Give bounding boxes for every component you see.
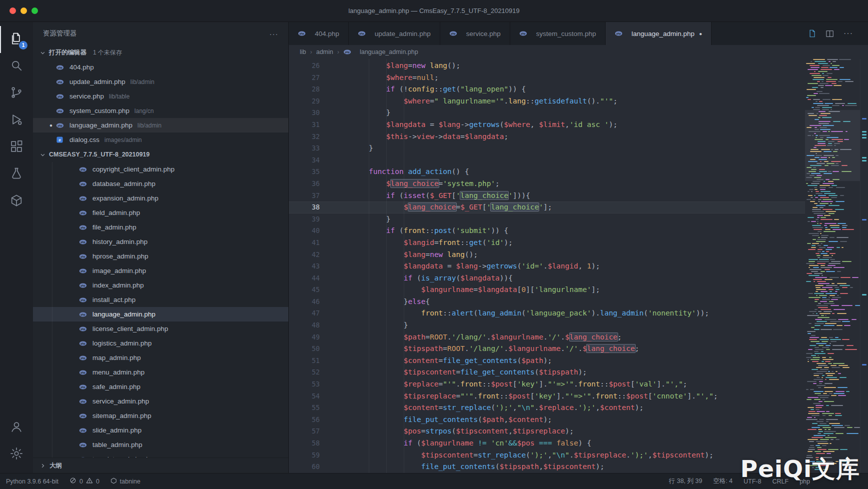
tree-item-field_admin.php[interactable]: phpfield_admin.php [33, 206, 288, 220]
code-line-51[interactable]: 51 $content=file_get_contents($path); [289, 355, 805, 367]
tab-update_admin.php[interactable]: phpupdate_admin.php [349, 22, 440, 45]
open-editor-service.php[interactable]: phpservice.phplib/table [33, 89, 288, 104]
code-line-32[interactable]: 32 $this->view->data=$langdata; [289, 131, 805, 143]
code-line-42[interactable]: 42 $lang=new lang(); [289, 249, 805, 261]
activity-project-manager-button[interactable] [0, 188, 33, 215]
tab-service.php[interactable]: phpservice.php [440, 22, 510, 45]
tree-item-safe_admin.php[interactable]: phpsafe_admin.php [33, 380, 288, 394]
activity-search-button[interactable] [0, 53, 33, 80]
code-line-28[interactable]: 28 if (!config::get("lang_open")) { [289, 84, 805, 96]
tab-language_admin.php[interactable]: phplanguage_admin.php● [606, 22, 712, 45]
code-line-46[interactable]: 46 }else{ [289, 296, 805, 308]
tree-item-service_admin.php[interactable]: phpservice_admin.php [33, 394, 288, 408]
activity-source-control-button[interactable] [0, 80, 33, 107]
code-line-27[interactable]: 27 $where=null; [289, 72, 805, 84]
minimize-window-button[interactable] [20, 8, 27, 14]
split-editor-icon[interactable] [825, 29, 835, 38]
minimap-viewport[interactable] [805, 110, 860, 181]
code-line-44[interactable]: 44 if (is_array($langdata)){ [289, 272, 805, 284]
code-line-37[interactable]: 37 if (isset($_GET['lang_choice'])){ [289, 190, 805, 202]
tree-item-logistics_admin.php[interactable]: phplogistics_admin.php [33, 336, 288, 350]
explorer-more-actions-icon[interactable]: ··· [269, 30, 278, 38]
code-line-57[interactable]: 57 $pos=strpos($tipscontent,$tipsreplace… [289, 426, 805, 438]
status-encoding[interactable]: UTF-8 [744, 478, 761, 485]
code-line-53[interactable]: 53 $replace="'".front::$post['key']."'=>… [289, 378, 805, 390]
code-line-56[interactable]: 56 file_put_contents($path,$content); [289, 414, 805, 426]
tree-item-copyright_client_admin.php[interactable]: phpcopyright_client_admin.php [33, 162, 288, 176]
tree-item-license_client_admin.php[interactable]: phplicense_client_admin.php [33, 322, 288, 336]
code-line-38[interactable]: 38 $lang_choice=$_GET['lang_choice']; [289, 202, 805, 214]
status-eol[interactable]: CRLF [772, 478, 789, 485]
account-button[interactable] [0, 414, 33, 441]
tree-item-hprose_admin.php[interactable]: phphprose_admin.php [33, 249, 288, 264]
code-line-26[interactable]: 26 $lang=new lang(); [289, 60, 805, 72]
code-line-40[interactable]: 40 if (front::post('submit')) { [289, 225, 805, 237]
code-line-49[interactable]: 49 $path=ROOT.'/lang/'.$langurlname.'/'.… [289, 332, 805, 344]
tree-item-expansion_admin.php[interactable]: phpexpansion_admin.php [33, 191, 288, 206]
breadcrumb-item-admin[interactable]: admin [316, 48, 333, 56]
code-line-33[interactable]: 33 } [289, 142, 805, 154]
open-editor-language_admin.php[interactable]: ●phplanguage_admin.phplib/admin [33, 118, 288, 132]
minimap[interactable] [805, 59, 860, 473]
code-line-54[interactable]: 54 $tipsreplace="'".front::$post['key'].… [289, 390, 805, 402]
open-editor-update_admin.php[interactable]: phpupdate_admin.phplib/admin [33, 74, 288, 89]
code-line-47[interactable]: 47 front::alert(lang_admin('language_pac… [289, 308, 805, 320]
code-line-30[interactable]: 30 } [289, 107, 805, 119]
tab-404.php[interactable]: php404.php [289, 22, 349, 45]
code-line-36[interactable]: 36 $lang_choice='system.php'; [289, 178, 805, 190]
tab-system_custom.php[interactable]: phpsystem_custom.php [510, 22, 606, 45]
more-actions-icon[interactable]: ··· [844, 29, 853, 38]
code-line-52[interactable]: 52 $tipscontent=file_get_contents($tipsp… [289, 366, 805, 378]
breadcrumb-item-file[interactable]: language_admin.php [360, 48, 418, 56]
open-changes-icon[interactable] [807, 29, 816, 38]
code-line-58[interactable]: 58 if ($langurlname != 'cn'&&$pos === fa… [289, 438, 805, 450]
code-line-60[interactable]: 60 file_put_contents($tipspath,$tipscont… [289, 461, 805, 473]
workspace-folder-header[interactable]: CMSEASY_7.7.5_UTF-8_20210919 [33, 147, 288, 162]
tree-item-image_admin.php[interactable]: phpimage_admin.php [33, 264, 288, 278]
tree-item-database_admin.php[interactable]: phpdatabase_admin.php [33, 176, 288, 191]
code-line-34[interactable]: 34 [289, 154, 805, 166]
close-window-button[interactable] [9, 8, 16, 14]
status-language-mode[interactable]: php [800, 478, 810, 485]
tree-item-map_admin.php[interactable]: phpmap_admin.php [33, 350, 288, 365]
tree-item-menu_admin.php[interactable]: phpmenu_admin.php [33, 365, 288, 380]
tree-item-template_admin.php[interactable]: phptemplate_admin.php [33, 452, 288, 458]
tree-item-language_admin.php[interactable]: phplanguage_admin.php [33, 307, 288, 322]
code-line-29[interactable]: 29 $where=" langurlname='".lang::getisde… [289, 96, 805, 108]
code-line-55[interactable]: 55 $content=str_replace(');',"\n".$repla… [289, 402, 805, 414]
status-tabnine[interactable]: tabnine [110, 478, 140, 486]
code-line-31[interactable]: 31 $langdata = $lang->getrows($where, $l… [289, 119, 805, 131]
tree-item-history_admin.php[interactable]: phphistory_admin.php [33, 234, 288, 249]
status-cursor-position[interactable]: 行 38, 列 39 [669, 477, 702, 486]
tree-item-table_admin.php[interactable]: phptable_admin.php [33, 438, 288, 452]
code-line-50[interactable]: 50 $tipspath=ROOT.'/lang/'.$langurlname.… [289, 343, 805, 355]
code-line-41[interactable]: 41 $langid=front::get('id'); [289, 237, 805, 249]
activity-explorer-button[interactable]: 1 [0, 26, 33, 53]
status-problems[interactable]: 0 0 [69, 477, 99, 486]
code-line-45[interactable]: 45 $langurlname=$langdata[0]['langurlnam… [289, 284, 805, 296]
activity-extensions-button[interactable] [0, 134, 33, 161]
tree-item-index_admin.php[interactable]: phpindex_admin.php [33, 278, 288, 292]
open-editor-dialog.css[interactable]: #dialog.cssimages/admin [33, 132, 288, 147]
status-indentation[interactable]: 空格: 4 [713, 477, 733, 486]
open-editor-404.php[interactable]: php404.php [33, 60, 288, 74]
breadcrumb-item-lib[interactable]: lib [300, 48, 306, 56]
code-line-48[interactable]: 48 } [289, 320, 805, 332]
activity-run-debug-button[interactable] [0, 107, 33, 134]
code-line-39[interactable]: 39 } [289, 214, 805, 226]
code-line-35[interactable]: 35 function add_action() { [289, 166, 805, 178]
maximize-window-button[interactable] [31, 8, 38, 14]
code-area[interactable]: 26 $lang=new lang();27 $where=null;28 if… [289, 59, 805, 473]
activity-testing-button[interactable] [0, 161, 33, 188]
tree-item-slide_admin.php[interactable]: phpslide_admin.php [33, 423, 288, 438]
status-python-version[interactable]: Python 3.9.6 64-bit [6, 478, 58, 485]
tree-item-file_admin.php[interactable]: phpfile_admin.php [33, 220, 288, 234]
open-editor-system_custom.php[interactable]: phpsystem_custom.phplang/cn [33, 104, 288, 118]
code-line-59[interactable]: 59 $tipscontent=str_replace(');',"\n".$t… [289, 450, 805, 462]
settings-button[interactable] [0, 441, 33, 468]
tree-item-install_act.php[interactable]: phpinstall_act.php [33, 292, 288, 307]
outline-section-header[interactable]: 大纲 [33, 458, 288, 473]
open-editors-header[interactable]: 打开的编辑器 1 个未保存 [33, 45, 288, 60]
tree-item-sitemap_admin.php[interactable]: phpsitemap_admin.php [33, 408, 288, 423]
code-line-43[interactable]: 43 $langdata = $lang->getrows('id='.$lan… [289, 260, 805, 272]
